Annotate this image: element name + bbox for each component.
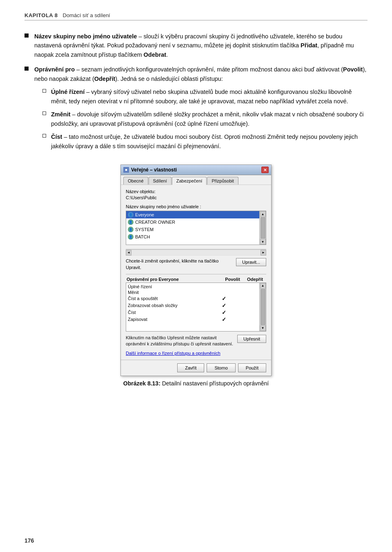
sub-bullet-square-2 xyxy=(42,111,46,115)
dialog-title: Veřejné – vlastnosti xyxy=(131,167,177,173)
perm-allow-cist: ✓ xyxy=(213,309,235,316)
creator-owner-icon: 👤 xyxy=(128,219,134,225)
listbox-scrollbar[interactable]: ▲ ▼ xyxy=(259,211,266,245)
object-label: Název objektu: xyxy=(126,189,266,194)
zavrít-button[interactable]: Zavřít xyxy=(177,363,204,372)
bullet-item-2: Oprávnění pro – seznam jednotlivých konf… xyxy=(24,65,368,155)
figure-caption: Obrázek 8.13: Detailní nastavení přístup… xyxy=(123,380,269,387)
perm-name-col-header: Oprávnění pro Everyone xyxy=(127,277,221,282)
perm-row-cist-spoustet: Číst a spouštět ✓ xyxy=(126,295,259,302)
windows-dialog: ■ Veřejné – vlastnosti ✕ Obecné Sdílení … xyxy=(120,165,272,376)
perm-name-cist-spoustet: Číst a spouštět xyxy=(128,296,213,301)
system-icon: 👤 xyxy=(128,227,134,232)
sub-bullet-item-2: Změnit – dovoluje síťovým uživatelům sdí… xyxy=(42,110,368,128)
dialog-close-button[interactable]: ✕ xyxy=(261,167,269,173)
perm-name-cist: Číst xyxy=(128,310,213,315)
perm-name-zobrazovat: Zobrazovat obsah složky xyxy=(128,303,213,308)
perm-row-uplne: Úplné řízení xyxy=(126,284,259,289)
dialog-icon: ■ xyxy=(123,167,129,173)
chapter-label: KAPITOLA 8 xyxy=(24,12,58,18)
advanced-row: Kliknutím na tlačítko Upřesnit můžete na… xyxy=(126,335,266,347)
checkmark-cist-spoustet: ✓ xyxy=(222,296,226,302)
perm-row-zobrazovat: Zobrazovat obsah složky ✓ xyxy=(126,302,259,309)
list-item-everyone-label: Everyone xyxy=(135,212,154,217)
bullet-text-2: Oprávnění pro – seznam jednotlivých konf… xyxy=(34,65,368,155)
chapter-title: Domácí síť a sdílení xyxy=(63,12,110,18)
hscroll-left[interactable]: ◄ xyxy=(126,250,131,256)
perm-scrollbar[interactable]: ▲ ▼ xyxy=(259,283,266,331)
perm-allow-cist-spoustet: ✓ xyxy=(213,296,235,302)
scroll-up-arrow[interactable]: ▲ xyxy=(260,211,266,217)
perm-allow-col-header: Povolit xyxy=(221,277,244,282)
sub-bullet-item-3: Číst – tato možnost určuje, že uživatelé… xyxy=(42,132,368,151)
list-item-batch-label: BATCH xyxy=(135,234,150,239)
list-item-batch[interactable]: 👤 BATCH xyxy=(126,233,259,240)
checkmark-zapisovat: ✓ xyxy=(222,316,226,323)
bullet-square-2 xyxy=(24,67,29,71)
page-number: 176 xyxy=(24,537,34,544)
permissions-table: Úplné řízení Měnit Číst a spouštět ✓ xyxy=(126,283,266,332)
tab-zabezpeceni[interactable]: Zabezpečení xyxy=(172,177,207,185)
edit-hint-text: Chcete-li změnit oprávnění, klikněte na … xyxy=(126,258,232,271)
list-item-system[interactable]: 👤 SYSTEM xyxy=(126,226,259,233)
list-item-creator-owner-label: CREATOR OWNER xyxy=(135,220,175,225)
perm-allow-zapisovat: ✓ xyxy=(213,316,235,323)
list-item-creator-owner[interactable]: 👤 CREATOR OWNER xyxy=(126,218,259,226)
figure-caption-label: Obrázek 8.13: xyxy=(123,380,160,387)
page-header: KAPITOLA 8 Domácí síť a sdílení xyxy=(24,12,368,20)
sub-bullet-text-2: Změnit – dovoluje síťovým uživatelům sdí… xyxy=(51,110,368,128)
bullet-square-1 xyxy=(24,33,29,38)
titlebar-left: ■ Veřejné – vlastnosti xyxy=(123,167,177,173)
checkmark-cist: ✓ xyxy=(222,309,226,316)
pouzit-button[interactable]: Použít xyxy=(238,363,266,372)
perm-header: Oprávnění pro Everyone Povolit Odepřít xyxy=(126,277,266,282)
object-value: C:\Users\Public xyxy=(126,195,266,200)
bullet2-bold: Oprávnění pro xyxy=(34,66,75,73)
sub-bullet-square-3 xyxy=(42,134,46,138)
perm-deny-col-header: Odepřít xyxy=(244,277,266,282)
page: KAPITOLA 8 Domácí síť a sdílení Název sk… xyxy=(0,0,392,552)
figure-caption-text: Detailní nastavení přístupových oprávněn… xyxy=(160,380,269,387)
divider-1 xyxy=(126,274,266,274)
scroll-thumb[interactable] xyxy=(261,217,265,238)
dialog-footer: Zavřít Storno Použít xyxy=(121,360,271,376)
hscroll-track xyxy=(131,250,261,255)
perm-scroll-up[interactable]: ▲ xyxy=(260,283,266,289)
tab-sdileni[interactable]: Sdílení xyxy=(149,177,172,185)
perm-row-menit: Měnit xyxy=(126,289,259,295)
hscroll-right[interactable]: ► xyxy=(261,250,266,256)
listbox-hscrollbar[interactable]: ◄ ► xyxy=(126,249,266,256)
list-item-everyone[interactable]: 👤 Everyone xyxy=(126,211,259,218)
more-info-link[interactable]: Další informace o řízení přístupu a oprá… xyxy=(126,351,266,356)
perm-name-menit: Měnit xyxy=(128,290,213,295)
sub-bullet-text-1: Úplné řízení – vybraný síťový uživatel n… xyxy=(51,87,368,106)
edit-row: Chcete-li změnit oprávnění, klikněte na … xyxy=(126,258,266,271)
perm-table-inner: Úplné řízení Měnit Číst a spouštět ✓ xyxy=(126,283,259,324)
storno-button[interactable]: Storno xyxy=(207,363,235,372)
list-item-system-label: SYSTEM xyxy=(135,227,154,232)
scroll-down-arrow[interactable]: ▼ xyxy=(260,239,266,245)
group-label: Název skupiny nebo jméno uživatele : xyxy=(126,204,266,209)
sub-bullet-item-1: Úplné řízení – vybraný síťový uživatel n… xyxy=(42,87,368,106)
dialog-body: Název objektu: C:\Users\Public Název sku… xyxy=(121,185,271,360)
dialog-tabs: Obecné Sdílení Zabezpečení Přizpůsobit xyxy=(121,175,271,185)
batch-icon: 👤 xyxy=(128,234,134,240)
sub3-bold: Číst xyxy=(51,134,62,140)
tab-obecne[interactable]: Obecné xyxy=(123,177,148,185)
perm-name-uplne: Úplné řízení xyxy=(128,284,213,289)
upřesnit-button[interactable]: Upřesnit xyxy=(237,335,266,343)
sub-bullet-text-3: Číst – tato možnost určuje, že uživatelé… xyxy=(51,132,368,151)
upravit-button[interactable]: Upravit... xyxy=(236,258,266,266)
users-listbox[interactable]: 👤 Everyone 👤 CREATOR OWNER 👤 SYSTEM xyxy=(126,211,266,245)
everyone-icon: 👤 xyxy=(128,212,134,218)
tab-prizpusobit[interactable]: Přizpůsobit xyxy=(207,177,238,185)
sub-bullet-square-1 xyxy=(42,89,46,93)
content-area: Název skupiny nebo jméno uživatele – slo… xyxy=(24,32,368,155)
bullet1-bold: Název skupiny nebo jméno uživatele xyxy=(34,33,137,40)
sub1-bold: Úplné řízení xyxy=(51,89,85,95)
perm-name-zapisovat: Zapisovat xyxy=(128,317,213,322)
perm-scroll-thumb[interactable] xyxy=(261,289,265,325)
advanced-hint-text: Kliknutím na tlačítko Upřesnit můžete na… xyxy=(126,335,233,347)
perm-row-zapisovat: Zapisovat ✓ xyxy=(126,316,259,323)
perm-scroll-down[interactable]: ▼ xyxy=(260,325,266,331)
